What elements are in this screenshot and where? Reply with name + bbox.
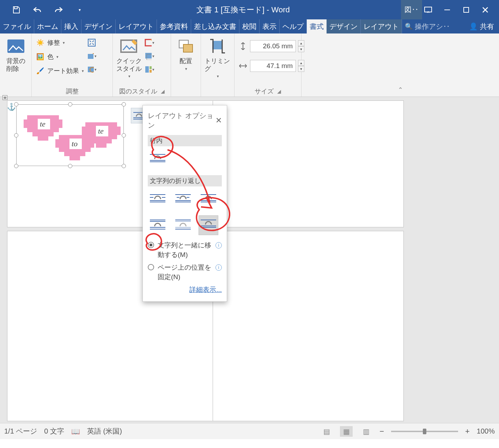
tab-format[interactable]: 書式	[307, 19, 327, 33]
table-move-handle-icon[interactable]: ✥	[2, 95, 7, 100]
heart-label-3: te	[98, 127, 104, 136]
resize-handle[interactable]	[14, 102, 18, 106]
resize-handle[interactable]	[68, 164, 72, 168]
share-icon: 👤	[469, 22, 478, 31]
search-placeholder: 操作アシ‥	[415, 22, 450, 31]
redo-icon[interactable]	[53, 5, 64, 15]
popup-close-icon[interactable]: ✕	[215, 116, 222, 125]
quick-styles-label: クイック スタイル	[116, 57, 142, 73]
svg-rect-10	[145, 53, 152, 59]
ribbon-tabs: ファイル ホーム 挿入 デザイン レイアウト 参考資料 差し込み文書 校閲 表示…	[0, 19, 499, 33]
height-field[interactable]: 26.05 mm ▲▼	[238, 38, 304, 54]
share-button[interactable]: 👤 共有	[464, 19, 499, 33]
corrections-button[interactable]: ☀️修整▾	[35, 36, 84, 49]
styles-dialog-launcher-icon[interactable]: ◢	[161, 88, 165, 94]
proofing-icon[interactable]: 📖	[71, 427, 80, 436]
wrap-inline-option[interactable]	[148, 150, 168, 170]
web-layout-icon[interactable]: ▥	[360, 426, 372, 437]
resize-handle[interactable]	[122, 102, 126, 106]
picture-layout-icon[interactable]: ▾	[145, 65, 154, 74]
picture-effects-icon[interactable]: ▾	[145, 51, 154, 61]
resize-handle[interactable]	[14, 133, 18, 137]
crop-icon	[207, 36, 228, 56]
remove-background-button[interactable]: 背景の 削除	[5, 36, 26, 73]
language-indicator[interactable]: 英語 (米国)	[87, 426, 122, 436]
artistic-effects-button[interactable]: 🖌️アート効果▾	[35, 65, 84, 77]
tab-help[interactable]: ヘルプ	[280, 19, 306, 33]
save-icon[interactable]	[11, 5, 22, 15]
wrap-behind-option[interactable]	[173, 215, 193, 235]
resize-handle[interactable]	[68, 102, 72, 106]
picture-border-icon[interactable]: ▾	[145, 38, 154, 48]
close-icon[interactable]	[479, 5, 491, 15]
ribbon: 背景の 削除 ☀️修整▾ 🖼️色▾ 🖌️アート効果▾ ▾ ▾ 調整 クイック ス…	[0, 33, 499, 97]
word-count[interactable]: 0 文字	[44, 426, 64, 436]
width-field[interactable]: 47.1 mm ▲▼	[238, 58, 304, 74]
radio-icon	[148, 264, 154, 270]
width-value[interactable]: 47.1 mm	[250, 60, 296, 72]
remove-background-icon	[5, 36, 26, 56]
wrap-square-option[interactable]	[148, 190, 168, 210]
page-indicator[interactable]: 1/1 ページ	[4, 426, 37, 436]
print-layout-icon[interactable]: ▦	[340, 426, 353, 437]
radio-move-with-text[interactable]: 文字列と一緒に移動する(M) i	[148, 241, 222, 259]
tab-mailings[interactable]: 差し込み文書	[191, 19, 239, 33]
resize-handle[interactable]	[14, 164, 18, 168]
tab-insert[interactable]: 挿入	[61, 19, 81, 33]
reset-picture-icon[interactable]: ▾	[87, 65, 97, 74]
remove-background-label: 背景の 削除	[6, 57, 25, 73]
info-icon[interactable]: i	[215, 264, 222, 271]
color-button[interactable]: 🖼️色▾	[35, 50, 84, 63]
arrange-button[interactable]: 配置▾	[175, 36, 196, 71]
minimize-icon[interactable]	[441, 5, 453, 15]
size-dialog-launcher-icon[interactable]: ◢	[277, 88, 281, 94]
zoom-in-icon[interactable]: +	[465, 427, 470, 436]
document-area: ⚓ ✥ te to te	[0, 97, 499, 423]
qat-customize-icon[interactable]: ▾	[74, 5, 85, 15]
tab-review[interactable]: 校閲	[239, 19, 259, 33]
svg-rect-3	[464, 7, 469, 12]
crop-button[interactable]: トリミング▾	[205, 36, 231, 79]
compress-pictures-icon[interactable]	[87, 38, 97, 48]
tell-me-search[interactable]: 🔍 操作アシ‥	[402, 19, 453, 33]
wrap-tight-option[interactable]	[173, 190, 193, 210]
zoom-level[interactable]: 100%	[477, 427, 495, 435]
zoom-out-icon[interactable]: −	[379, 427, 384, 436]
artistic-icon: 🖌️	[35, 66, 45, 76]
maximize-icon[interactable]	[460, 5, 472, 15]
resize-handle[interactable]	[122, 164, 126, 168]
height-value[interactable]: 26.05 mm	[250, 40, 296, 52]
radio-fix-position[interactable]: ページ上の位置を固定(N) i	[148, 263, 222, 282]
more-options-link[interactable]: 詳細表示...	[148, 285, 222, 294]
tab-layout[interactable]: レイアウト	[116, 19, 157, 33]
height-icon	[238, 41, 248, 51]
wrap-infront-option[interactable]	[199, 215, 218, 235]
change-picture-icon[interactable]: ▾	[87, 51, 97, 61]
tab-design-2[interactable]: デザイン	[327, 19, 360, 33]
read-mode-icon[interactable]: ▤	[320, 426, 333, 437]
svg-rect-29	[64, 152, 85, 156]
tab-design[interactable]: デザイン	[81, 19, 115, 33]
ribbon-display-icon[interactable]	[422, 5, 434, 15]
selected-picture[interactable]: te to te	[16, 104, 124, 166]
picture-tools-tab[interactable]: 図‥	[401, 0, 422, 19]
info-icon[interactable]: i	[215, 242, 222, 248]
svg-rect-36	[91, 139, 112, 143]
layout-options-popup: レイアウト オプション ✕ 行内 文字列の折り返し 文字列と一緒に移動する(M)…	[142, 105, 227, 302]
svg-rect-14	[150, 70, 152, 73]
wrap-through-option[interactable]	[199, 190, 218, 210]
tab-layout-2[interactable]: レイアウト	[361, 19, 402, 33]
tab-home[interactable]: ホーム	[34, 19, 61, 33]
quick-styles-icon	[118, 36, 140, 56]
wrap-topbottom-option[interactable]	[148, 215, 168, 235]
quick-styles-button[interactable]: クイック スタイル▾	[116, 36, 142, 79]
undo-icon[interactable]	[32, 5, 43, 15]
svg-rect-16	[183, 44, 193, 52]
tab-view[interactable]: 表示	[260, 19, 279, 33]
resize-handle[interactable]	[122, 133, 126, 137]
collapse-ribbon-icon[interactable]: ⌃	[302, 33, 499, 97]
tab-references[interactable]: 参考資料	[157, 19, 191, 33]
tab-file[interactable]: ファイル	[0, 19, 34, 33]
section-wrap-label: 文字列の折り返し	[148, 175, 222, 186]
zoom-slider[interactable]	[391, 431, 458, 432]
